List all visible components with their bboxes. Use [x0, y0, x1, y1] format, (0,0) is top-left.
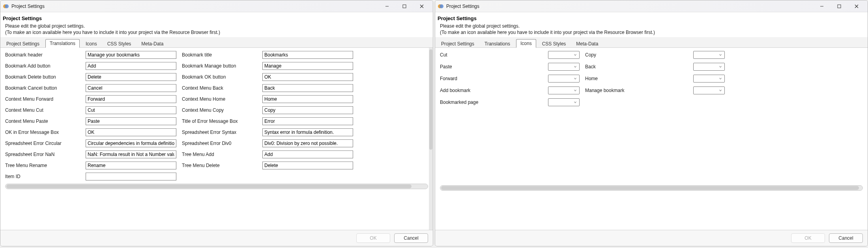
svg-point-7: [440, 4, 443, 8]
field-label: Context Menu Back: [182, 85, 257, 91]
icon-label: Home: [585, 76, 688, 81]
icon-label: Bookmarked page: [440, 100, 542, 105]
page-subtext-1: Please edit the global project settings.: [3, 23, 430, 29]
tab-translations[interactable]: Translations: [480, 39, 514, 48]
field-input[interactable]: [262, 51, 353, 59]
close-button[interactable]: [848, 1, 865, 12]
icon-label: Back: [585, 64, 688, 70]
icon-select[interactable]: [548, 51, 580, 59]
field-input[interactable]: [86, 162, 176, 169]
field-label: Bookmark Delete button: [5, 74, 80, 80]
field-input[interactable]: [86, 84, 176, 92]
ok-button[interactable]: OK: [791, 233, 825, 243]
minimize-button[interactable]: [813, 1, 831, 12]
field-label: Tree Menu Rename: [5, 163, 80, 168]
window-translations: Project Settings Project Settings Please…: [0, 0, 433, 246]
icon-label: Add bookmark: [440, 88, 542, 93]
icon-select[interactable]: [548, 75, 580, 83]
field-label: Bookmark Add button: [5, 63, 80, 69]
field-label: Bookmark OK button: [182, 74, 257, 80]
field-label: Context Menu Cut: [5, 107, 80, 113]
field-label: Bookmark title: [182, 52, 257, 58]
field-input[interactable]: [262, 95, 353, 103]
field-input[interactable]: [86, 106, 176, 114]
tab-meta-data[interactable]: Meta-Data: [572, 39, 602, 48]
field-input[interactable]: [86, 73, 176, 81]
field-label: OK in Error Message Box: [5, 130, 80, 135]
field-input[interactable]: [262, 139, 353, 147]
field-input[interactable]: [86, 51, 176, 59]
icon-select[interactable]: [693, 86, 725, 94]
field-input[interactable]: [262, 73, 353, 81]
icon-select[interactable]: [693, 63, 725, 71]
field-input[interactable]: [262, 106, 353, 114]
horizontal-scrollbar[interactable]: [5, 184, 428, 189]
close-button[interactable]: [413, 1, 430, 12]
scrollbar-thumb[interactable]: [429, 49, 432, 149]
window-title: Project Settings: [446, 4, 813, 9]
tab-project-settings[interactable]: Project Settings: [437, 39, 479, 48]
vertical-scrollbar[interactable]: [429, 48, 433, 230]
icon-label: Paste: [440, 64, 542, 70]
tab-meta-data[interactable]: Meta-Data: [137, 39, 168, 48]
scrollbar-thumb[interactable]: [441, 186, 859, 190]
field-input[interactable]: [86, 150, 176, 158]
content-translations: Bookmark headerBookmark titleBookmark Ad…: [0, 48, 433, 230]
icons-grid: CutCopyPasteBackForwardHomeAdd bookmarkM…: [440, 51, 863, 106]
field-label: Spreadsheet Error Syntax: [182, 130, 257, 135]
horizontal-scrollbar[interactable]: [440, 185, 863, 191]
window-controls: [813, 1, 865, 12]
tab-icons[interactable]: Icons: [81, 39, 101, 48]
icon-select[interactable]: [548, 98, 580, 106]
field-label: Tree Menu Delete: [182, 163, 257, 168]
icon-select[interactable]: [693, 51, 725, 59]
cancel-button[interactable]: Cancel: [829, 233, 863, 243]
app-icon: [438, 3, 444, 9]
icon-select[interactable]: [548, 63, 580, 71]
icon-select[interactable]: [548, 86, 580, 94]
field-input[interactable]: [262, 162, 353, 169]
tab-css-styles[interactable]: CSS Styles: [538, 39, 571, 48]
field-input[interactable]: [262, 128, 353, 136]
titlebar[interactable]: Project Settings: [0, 0, 433, 12]
svg-rect-9: [838, 5, 841, 8]
field-input[interactable]: [86, 117, 176, 125]
field-label: Spreadsheet Error Circular: [5, 141, 80, 146]
tab-icons[interactable]: Icons: [516, 39, 536, 48]
cancel-button[interactable]: Cancel: [394, 233, 428, 243]
translations-grid: Bookmark headerBookmark titleBookmark Ad…: [5, 51, 428, 180]
tab-project-settings[interactable]: Project Settings: [2, 39, 44, 48]
header-section: Project Settings Please edit the global …: [0, 12, 433, 36]
app-icon: [3, 3, 9, 9]
field-label: Context Menu Copy: [182, 107, 257, 113]
field-input[interactable]: [86, 128, 176, 136]
bottom-bar: OK Cancel: [435, 230, 868, 246]
minimize-button[interactable]: [378, 1, 396, 12]
field-input[interactable]: [86, 95, 176, 103]
window-icons: Project Settings Project Settings Please…: [435, 0, 868, 246]
field-label: Spreadsheet Error Div0: [182, 141, 257, 146]
field-label: Tree Menu Add: [182, 152, 257, 157]
field-label: Context Menu Forward: [5, 96, 80, 102]
tab-css-styles[interactable]: CSS Styles: [103, 39, 136, 48]
icon-label: Forward: [440, 76, 542, 81]
maximize-button[interactable]: [396, 1, 413, 12]
titlebar[interactable]: Project Settings: [435, 0, 868, 12]
field-input[interactable]: [86, 173, 176, 180]
window-controls: [378, 1, 430, 12]
field-input[interactable]: [262, 62, 353, 70]
field-label: Bookmark header: [5, 52, 80, 58]
field-input[interactable]: [262, 150, 353, 158]
ok-button[interactable]: OK: [356, 233, 390, 243]
tab-translations[interactable]: Translations: [45, 39, 80, 48]
maximize-button[interactable]: [831, 1, 848, 12]
field-input[interactable]: [86, 139, 176, 147]
field-input[interactable]: [262, 117, 353, 125]
icon-label: Manage bookmark: [585, 88, 688, 93]
icon-label: Cut: [440, 52, 542, 58]
field-input[interactable]: [262, 84, 353, 92]
field-input[interactable]: [86, 62, 176, 70]
window-title: Project Settings: [11, 4, 378, 9]
scrollbar-thumb[interactable]: [6, 184, 412, 188]
icon-select[interactable]: [693, 75, 725, 83]
